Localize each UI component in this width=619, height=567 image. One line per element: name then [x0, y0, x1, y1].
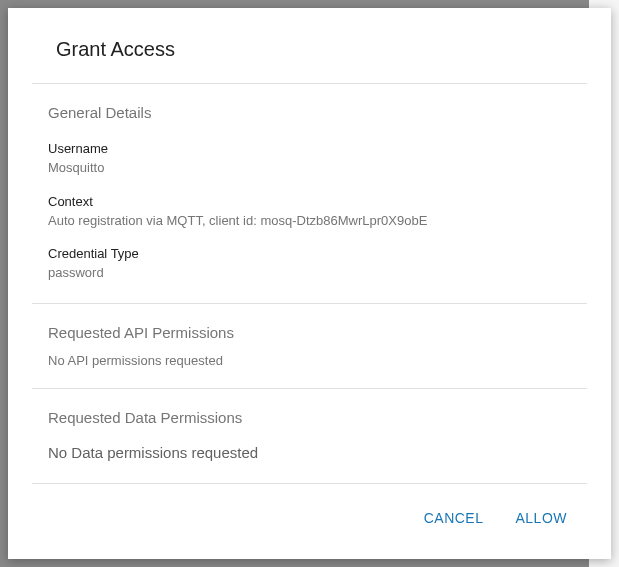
cancel-button[interactable]: CANCEL [420, 506, 488, 530]
allow-button[interactable]: ALLOW [511, 506, 571, 530]
context-field: Context Auto registration via MQTT, clie… [48, 194, 571, 231]
credential-type-label: Credential Type [48, 246, 571, 261]
username-value: Mosquitto [48, 158, 571, 178]
api-permissions-body: No API permissions requested [48, 353, 571, 388]
data-permissions-heading: Requested Data Permissions [48, 389, 571, 438]
context-label: Context [48, 194, 571, 209]
api-permissions-section: Requested API Permissions No API permiss… [8, 304, 611, 388]
data-permissions-body: No Data permissions requested [48, 438, 571, 483]
credential-type-field: Credential Type password [48, 246, 571, 283]
context-value: Auto registration via MQTT, client id: m… [48, 211, 571, 231]
data-permissions-section: Requested Data Permissions No Data permi… [8, 389, 611, 483]
general-details-section: General Details Username Mosquitto Conte… [8, 84, 611, 303]
general-details-heading: General Details [48, 84, 571, 133]
dialog-title: Grant Access [8, 8, 611, 83]
username-field: Username Mosquitto [48, 141, 571, 178]
dialog-actions: CANCEL ALLOW [8, 484, 611, 550]
username-label: Username [48, 141, 571, 156]
api-permissions-heading: Requested API Permissions [48, 304, 571, 353]
grant-access-dialog: Grant Access General Details Username Mo… [8, 8, 611, 559]
credential-type-value: password [48, 263, 571, 283]
